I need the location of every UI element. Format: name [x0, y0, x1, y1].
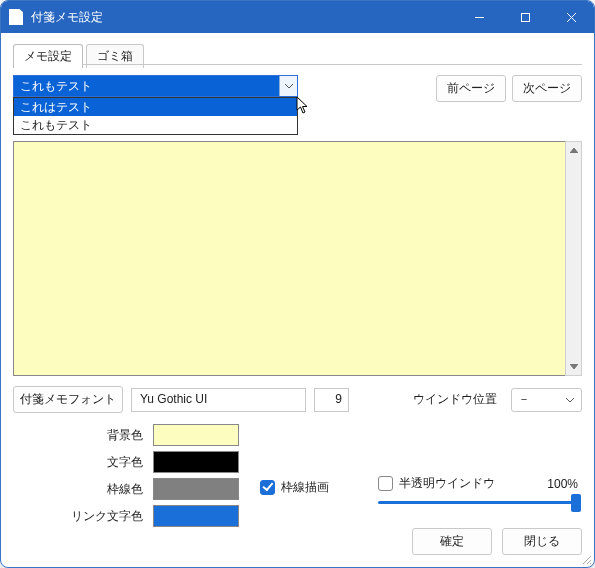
- slider-thumb[interactable]: [571, 494, 581, 512]
- font-name-field: Yu Gothic UI: [131, 388, 306, 412]
- memo-option[interactable]: これはテスト: [14, 98, 297, 116]
- client-area: メモ設定 ゴミ箱 前ページ 次ページ これもテスト これはテスト これもテスト: [1, 33, 594, 567]
- draw-frame-checkbox[interactable]: [260, 480, 275, 495]
- tab-strip: メモ設定 ゴミ箱: [13, 43, 582, 65]
- window-position-label: ウインドウ位置: [413, 391, 497, 408]
- window-position-value: －: [518, 391, 565, 408]
- link-color-row: リンク文字色: [13, 504, 248, 528]
- frame-color-swatch[interactable]: [153, 478, 239, 500]
- ok-button[interactable]: 確定: [412, 528, 492, 555]
- link-color-swatch[interactable]: [153, 505, 239, 527]
- next-page-button[interactable]: 次ページ: [512, 75, 582, 102]
- scroll-track[interactable]: [566, 159, 581, 358]
- memo-select: これもテスト これはテスト これもテスト: [13, 75, 298, 97]
- bg-color-row: 背景色: [13, 423, 248, 447]
- font-row: 付箋メモフォント Yu Gothic UI 9 ウインドウ位置 －: [13, 386, 582, 413]
- chevron-down-icon: [565, 397, 575, 403]
- font-button[interactable]: 付箋メモフォント: [13, 386, 123, 413]
- pager: 前ページ 次ページ: [436, 75, 582, 102]
- close-dialog-button[interactable]: 閉じる: [502, 528, 582, 555]
- memo-select-dropdown: これはテスト これもテスト: [13, 97, 298, 135]
- tab-memo-settings[interactable]: メモ設定: [13, 44, 83, 68]
- bg-color-label: 背景色: [13, 427, 153, 444]
- tab-body: 前ページ 次ページ これもテスト これはテスト これもテスト: [13, 65, 582, 531]
- close-button[interactable]: [548, 1, 594, 33]
- svg-marker-4: [570, 148, 578, 153]
- dialog-footer: 確定 閉じる: [412, 528, 582, 555]
- translucent-percent: 100%: [547, 477, 578, 491]
- preview-scrollbar[interactable]: [565, 141, 582, 376]
- resize-grip-icon[interactable]: [580, 553, 592, 565]
- svg-line-8: [590, 563, 591, 564]
- window-position-select[interactable]: －: [511, 388, 582, 412]
- draw-frame-row: 枠線描画: [260, 475, 329, 499]
- color-list: 背景色 文字色 枠線色 リンク文字色: [13, 423, 248, 531]
- document-icon: [9, 9, 23, 25]
- minimize-button[interactable]: [456, 1, 502, 33]
- text-color-row: 文字色: [13, 450, 248, 474]
- memo-preview-area[interactable]: [13, 141, 565, 376]
- memo-preview: [13, 141, 582, 376]
- translucent-row: 半透明ウインドウ 100%: [378, 475, 582, 492]
- frame-color-row: 枠線色: [13, 477, 248, 501]
- link-color-label: リンク文字色: [13, 508, 153, 525]
- memo-option[interactable]: これもテスト: [14, 116, 297, 134]
- tab-underline: [13, 64, 582, 65]
- slider-track: [378, 501, 578, 504]
- options-area: 枠線描画 半透明ウインドウ 100%: [248, 423, 582, 531]
- draw-frame-label: 枠線描画: [281, 479, 329, 496]
- maximize-button[interactable]: [502, 1, 548, 33]
- window-title: 付箋メモ設定: [31, 9, 456, 26]
- bg-color-swatch[interactable]: [153, 424, 239, 446]
- settings-window: 付箋メモ設定 メモ設定 ゴミ箱 前ページ 次ページ: [0, 0, 595, 568]
- colors-area: 背景色 文字色 枠線色 リンク文字色: [13, 423, 582, 531]
- memo-select-value: これもテスト: [14, 76, 279, 96]
- memo-select-combo[interactable]: これもテスト: [13, 75, 298, 97]
- scroll-up-icon[interactable]: [566, 142, 581, 159]
- text-color-label: 文字色: [13, 454, 153, 471]
- svg-rect-1: [521, 13, 529, 21]
- svg-line-6: [583, 556, 591, 564]
- titlebar: 付箋メモ設定: [1, 1, 594, 33]
- chevron-down-icon[interactable]: [279, 76, 297, 96]
- scroll-down-icon[interactable]: [566, 358, 581, 375]
- prev-page-button[interactable]: 前ページ: [436, 75, 506, 102]
- svg-marker-5: [570, 364, 578, 369]
- cursor-icon: [296, 96, 310, 119]
- frame-color-label: 枠線色: [13, 481, 153, 498]
- translucent-label: 半透明ウインドウ: [399, 475, 495, 492]
- font-size-field: 9: [314, 388, 349, 412]
- text-color-swatch[interactable]: [153, 451, 239, 473]
- translucent-checkbox[interactable]: [378, 476, 393, 491]
- opacity-slider[interactable]: [378, 501, 578, 504]
